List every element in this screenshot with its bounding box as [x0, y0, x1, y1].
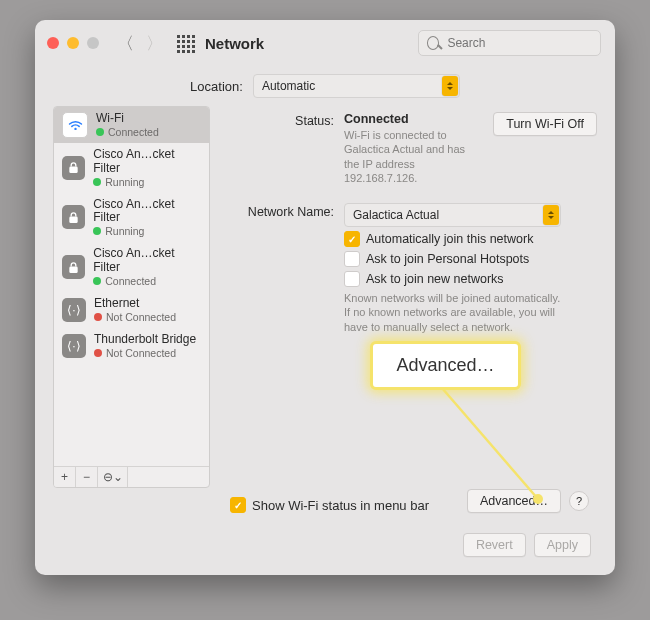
known-networks-note: Known networks will be joined automatica… — [344, 291, 569, 334]
sidebar-item-status: Not Connected — [94, 311, 176, 323]
ask-hotspot-label: Ask to join Personal Hotspots — [366, 252, 529, 266]
svg-rect-1 — [69, 217, 77, 224]
services-sidebar: Wi-FiConnectedCisco An…cket FilterRunnin… — [53, 106, 210, 488]
svg-rect-2 — [69, 266, 77, 273]
sidebar-item-label: Cisco An…cket Filter — [93, 148, 201, 176]
nav-arrows: 〈 〉 — [117, 32, 163, 55]
auto-join-label: Automatically join this network — [366, 232, 533, 246]
advanced-button[interactable]: Advanced… — [467, 489, 561, 513]
sidebar-item-cisco-an-cket-filter[interactable]: Cisco An…cket FilterRunning — [54, 143, 209, 193]
chevron-updown-icon — [442, 76, 458, 96]
sidebar-item-status: Connected — [93, 275, 201, 287]
back-button[interactable]: 〈 — [117, 32, 134, 55]
status-dot-icon — [93, 277, 101, 285]
sidebar-item-wi-fi[interactable]: Wi-FiConnected — [54, 107, 209, 143]
show-menubar-checkbox[interactable] — [230, 497, 246, 513]
page-title: Network — [205, 35, 264, 52]
location-label: Location: — [190, 79, 243, 94]
network-name-popup[interactable]: Galactica Actual — [344, 203, 561, 227]
ethernet-icon: ⟨·⟩ — [62, 298, 86, 322]
sidebar-item-status: Running — [93, 225, 201, 237]
service-detail: Status: Connected Wi-Fi is connected to … — [222, 106, 597, 488]
sidebar-item-status: Connected — [96, 126, 159, 138]
more-service-button[interactable]: ⊖⌄ — [98, 467, 128, 487]
ask-hotspot-checkbox[interactable] — [344, 251, 360, 267]
sidebar-item-status: Not Connected — [94, 347, 196, 359]
sidebar-item-cisco-an-cket-filter[interactable]: Cisco An…cket FilterRunning — [54, 193, 209, 243]
ethernet-icon: ⟨·⟩ — [62, 334, 86, 358]
traffic-lights — [47, 37, 99, 49]
sidebar-item-status: Running — [93, 176, 201, 188]
ask-new-checkbox[interactable] — [344, 271, 360, 287]
sidebar-item-ethernet[interactable]: ⟨·⟩EthernetNot Connected — [54, 292, 209, 328]
status-dot-icon — [96, 128, 104, 136]
svg-rect-0 — [69, 167, 77, 174]
status-label: Status: — [222, 112, 334, 185]
remove-service-button[interactable]: − — [76, 467, 98, 487]
location-value: Automatic — [262, 79, 315, 93]
titlebar: 〈 〉 Network — [35, 20, 615, 66]
status-dot-icon — [94, 349, 102, 357]
sidebar-item-label: Cisco An…cket Filter — [93, 247, 201, 275]
search-icon — [427, 36, 439, 50]
search-input[interactable] — [445, 35, 592, 51]
location-popup[interactable]: Automatic — [253, 74, 460, 98]
apps-grid-icon[interactable] — [177, 35, 193, 51]
lock-icon — [62, 205, 85, 229]
help-button[interactable]: ? — [569, 491, 589, 511]
chevron-updown-icon — [543, 205, 559, 225]
advanced-callout-label: Advanced… — [396, 355, 494, 376]
add-service-button[interactable]: + — [54, 467, 76, 487]
auto-join-checkbox[interactable] — [344, 231, 360, 247]
ask-new-label: Ask to join new networks — [366, 272, 504, 286]
status-dot-icon — [93, 227, 101, 235]
sidebar-item-label: Thunderbolt Bridge — [94, 333, 196, 347]
sidebar-footer: + − ⊖⌄ — [54, 466, 209, 487]
wifi-icon — [62, 112, 88, 138]
maximize-icon[interactable] — [87, 37, 99, 49]
status-dot-icon — [93, 178, 101, 186]
network-name-value: Galactica Actual — [353, 208, 439, 222]
status-dot-icon — [94, 313, 102, 321]
search-field[interactable] — [418, 30, 601, 56]
close-icon[interactable] — [47, 37, 59, 49]
apply-button[interactable]: Apply — [534, 533, 591, 557]
lock-icon — [62, 255, 85, 279]
sidebar-item-label: Wi-Fi — [96, 112, 159, 126]
show-menubar-label: Show Wi-Fi status in menu bar — [252, 498, 429, 513]
turn-wifi-off-button[interactable]: Turn Wi-Fi Off — [493, 112, 597, 136]
minimize-icon[interactable] — [67, 37, 79, 49]
sidebar-item-thunderbolt-bridge[interactable]: ⟨·⟩Thunderbolt BridgeNot Connected — [54, 328, 209, 364]
forward-button[interactable]: 〉 — [146, 32, 163, 55]
network-name-label: Network Name: — [222, 203, 334, 334]
status-value: Connected — [344, 112, 479, 126]
lock-icon — [62, 156, 85, 180]
advanced-callout: Advanced… — [370, 341, 521, 390]
status-note: Wi-Fi is connected to Galactica Actual a… — [344, 128, 479, 185]
revert-button[interactable]: Revert — [463, 533, 526, 557]
network-preferences-window: 〈 〉 Network Location: Automatic Wi-FiCon… — [35, 20, 615, 575]
sidebar-item-label: Ethernet — [94, 297, 176, 311]
sidebar-item-label: Cisco An…cket Filter — [93, 198, 201, 226]
sidebar-item-cisco-an-cket-filter[interactable]: Cisco An…cket FilterConnected — [54, 242, 209, 292]
